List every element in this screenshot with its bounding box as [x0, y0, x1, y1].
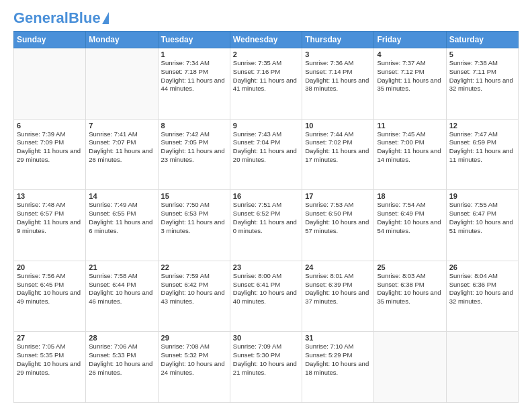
day-info: Sunrise: 7:38 AMSunset: 7:11 PMDaylight:… — [449, 59, 515, 93]
week-row-4: 20Sunrise: 7:56 AMSunset: 6:45 PMDayligh… — [14, 261, 519, 332]
sunrise-label: Sunrise: 7:41 AM — [89, 130, 137, 138]
day-cell: 10Sunrise: 7:44 AMSunset: 7:02 PMDayligh… — [302, 119, 374, 190]
day-cell: 16Sunrise: 7:51 AMSunset: 6:52 PMDayligh… — [230, 190, 302, 261]
day-cell: 27Sunrise: 7:05 AMSunset: 5:35 PMDayligh… — [14, 332, 86, 403]
day-info: Sunrise: 7:09 AMSunset: 5:30 PMDaylight:… — [233, 342, 299, 377]
col-header-saturday: Saturday — [446, 32, 518, 48]
day-info: Sunrise: 7:37 AMSunset: 7:12 PMDaylight:… — [377, 59, 443, 93]
day-number: 12 — [449, 122, 515, 130]
day-content: 6Sunrise: 7:39 AMSunset: 7:09 PMDaylight… — [17, 122, 83, 165]
day-info: Sunrise: 7:51 AMSunset: 6:52 PMDaylight:… — [233, 201, 299, 235]
day-content: 2Sunrise: 7:35 AMSunset: 7:16 PMDaylight… — [233, 50, 299, 93]
day-number: 2 — [233, 50, 299, 58]
daylight-label: Daylight: 11 hours and 3 minutes. — [161, 218, 225, 234]
day-cell: 15Sunrise: 7:50 AMSunset: 6:53 PMDayligh… — [158, 190, 230, 261]
day-cell — [446, 332, 518, 403]
sunrise-label: Sunrise: 8:00 AM — [233, 272, 281, 279]
day-content: 21Sunrise: 7:58 AMSunset: 6:44 PMDayligh… — [89, 263, 154, 306]
day-cell: 14Sunrise: 7:49 AMSunset: 6:55 PMDayligh… — [86, 190, 158, 261]
day-info: Sunrise: 8:00 AMSunset: 6:41 PMDaylight:… — [233, 272, 299, 306]
sunrise-label: Sunrise: 7:37 AM — [377, 59, 425, 66]
day-info: Sunrise: 7:59 AMSunset: 6:42 PMDaylight:… — [161, 272, 227, 306]
sunset-label: Sunset: 6:49 PM — [377, 210, 424, 217]
day-number: 13 — [17, 192, 83, 200]
logo-blue: Blue — [69, 9, 101, 26]
day-cell: 11Sunrise: 7:45 AMSunset: 7:00 PMDayligh… — [374, 119, 446, 190]
day-cell: 20Sunrise: 7:56 AMSunset: 6:45 PMDayligh… — [14, 261, 86, 332]
day-info: Sunrise: 7:54 AMSunset: 6:49 PMDaylight:… — [377, 201, 443, 235]
week-row-2: 6Sunrise: 7:39 AMSunset: 7:09 PMDaylight… — [14, 119, 519, 190]
sunset-label: Sunset: 6:41 PM — [233, 281, 280, 288]
day-content: 28Sunrise: 7:06 AMSunset: 5:33 PMDayligh… — [89, 334, 154, 377]
header: GeneralBlue — [13, 11, 519, 26]
daylight-label: Daylight: 11 hours and 35 minutes. — [377, 77, 441, 93]
day-info: Sunrise: 7:41 AMSunset: 7:07 PMDaylight:… — [89, 130, 154, 165]
sunset-label: Sunset: 6:59 PM — [449, 138, 496, 146]
sunset-label: Sunset: 6:47 PM — [449, 210, 496, 217]
sunset-label: Sunset: 5:32 PM — [161, 351, 208, 359]
header-row: SundayMondayTuesdayWednesdayThursdayFrid… — [14, 32, 519, 48]
day-info: Sunrise: 7:49 AMSunset: 6:55 PMDaylight:… — [89, 201, 154, 235]
day-number: 20 — [17, 263, 83, 271]
day-number: 28 — [89, 334, 154, 342]
daylight-label: Daylight: 10 hours and 49 minutes. — [17, 289, 81, 305]
sunset-label: Sunset: 7:05 PM — [161, 138, 208, 146]
sunrise-label: Sunrise: 7:59 AM — [161, 272, 210, 279]
day-number: 26 — [449, 263, 515, 271]
day-cell: 3Sunrise: 7:36 AMSunset: 7:14 PMDaylight… — [302, 48, 374, 120]
daylight-label: Daylight: 10 hours and 46 minutes. — [89, 289, 152, 305]
day-info: Sunrise: 7:35 AMSunset: 7:16 PMDaylight:… — [233, 59, 299, 93]
day-content: 7Sunrise: 7:41 AMSunset: 7:07 PMDaylight… — [89, 122, 154, 165]
day-number: 6 — [17, 122, 83, 130]
day-content: 24Sunrise: 8:01 AMSunset: 6:39 PMDayligh… — [305, 263, 371, 306]
day-content: 31Sunrise: 7:10 AMSunset: 5:29 PMDayligh… — [305, 334, 371, 377]
sunset-label: Sunset: 7:04 PM — [233, 138, 280, 146]
sunset-label: Sunset: 5:30 PM — [233, 351, 280, 359]
day-content: 9Sunrise: 7:43 AMSunset: 7:04 PMDaylight… — [233, 122, 299, 165]
day-cell: 13Sunrise: 7:48 AMSunset: 6:57 PMDayligh… — [14, 190, 86, 261]
sunset-label: Sunset: 7:07 PM — [89, 138, 136, 146]
sunrise-label: Sunrise: 7:42 AM — [161, 130, 210, 138]
sunrise-label: Sunrise: 7:36 AM — [305, 59, 353, 66]
sunrise-label: Sunrise: 7:53 AM — [305, 201, 353, 208]
daylight-label: Daylight: 11 hours and 11 minutes. — [449, 147, 513, 163]
sunset-label: Sunset: 7:00 PM — [377, 138, 424, 146]
daylight-label: Daylight: 10 hours and 32 minutes. — [449, 289, 513, 305]
sunrise-label: Sunrise: 8:04 AM — [449, 272, 498, 279]
day-number: 3 — [305, 50, 371, 58]
daylight-label: Daylight: 11 hours and 44 minutes. — [161, 77, 225, 93]
daylight-label: Daylight: 10 hours and 21 minutes. — [233, 360, 297, 376]
day-number: 7 — [89, 122, 154, 130]
day-content: 3Sunrise: 7:36 AMSunset: 7:14 PMDaylight… — [305, 50, 371, 93]
day-number: 22 — [161, 263, 227, 271]
day-number: 11 — [377, 122, 443, 130]
daylight-label: Daylight: 11 hours and 0 minutes. — [233, 218, 297, 234]
day-cell: 22Sunrise: 7:59 AMSunset: 6:42 PMDayligh… — [158, 261, 230, 332]
day-content: 11Sunrise: 7:45 AMSunset: 7:00 PMDayligh… — [377, 122, 443, 165]
daylight-label: Daylight: 11 hours and 6 minutes. — [89, 218, 152, 234]
logo-text: GeneralBlue — [13, 11, 101, 26]
day-cell: 19Sunrise: 7:55 AMSunset: 6:47 PMDayligh… — [446, 190, 518, 261]
day-content: 12Sunrise: 7:47 AMSunset: 6:59 PMDayligh… — [449, 122, 515, 165]
day-cell: 18Sunrise: 7:54 AMSunset: 6:49 PMDayligh… — [374, 190, 446, 261]
logo-general: General — [13, 9, 69, 26]
sunrise-label: Sunrise: 7:09 AM — [233, 342, 281, 350]
sunrise-label: Sunrise: 7:44 AM — [305, 130, 353, 138]
daylight-label: Daylight: 11 hours and 14 minutes. — [377, 147, 441, 163]
day-number: 16 — [233, 192, 299, 200]
day-content: 17Sunrise: 7:53 AMSunset: 6:50 PMDayligh… — [305, 192, 371, 235]
sunrise-label: Sunrise: 8:01 AM — [305, 272, 353, 279]
sunrise-label: Sunrise: 7:10 AM — [305, 342, 353, 350]
daylight-label: Daylight: 11 hours and 23 minutes. — [161, 147, 225, 163]
col-header-sunday: Sunday — [14, 32, 86, 48]
day-number: 31 — [305, 334, 371, 342]
day-number: 23 — [233, 263, 299, 271]
daylight-label: Daylight: 10 hours and 57 minutes. — [305, 218, 369, 234]
sunrise-label: Sunrise: 7:56 AM — [17, 272, 65, 279]
day-info: Sunrise: 7:42 AMSunset: 7:05 PMDaylight:… — [161, 130, 227, 165]
daylight-label: Daylight: 10 hours and 51 minutes. — [449, 218, 513, 234]
calendar-table: SundayMondayTuesdayWednesdayThursdayFrid… — [13, 31, 519, 403]
week-row-3: 13Sunrise: 7:48 AMSunset: 6:57 PMDayligh… — [14, 190, 519, 261]
sunrise-label: Sunrise: 7:05 AM — [17, 342, 65, 350]
day-content: 27Sunrise: 7:05 AMSunset: 5:35 PMDayligh… — [17, 334, 83, 377]
